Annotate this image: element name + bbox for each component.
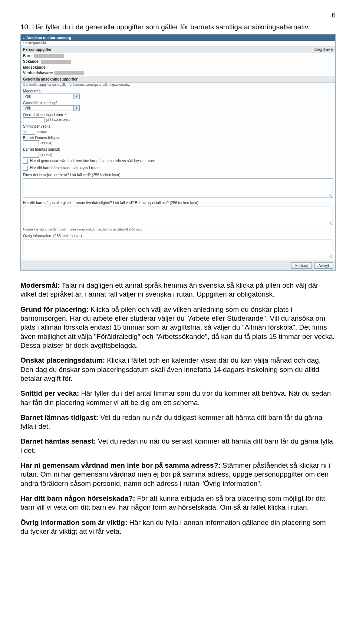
senast-input[interactable] [23, 152, 39, 158]
cb-horsel[interactable] [23, 166, 28, 171]
cb-gemensam-row: Har ni gemensam vårdnad men inte bor på … [21, 158, 335, 165]
onskat-hint: (ÅÅÅÅ-MM-DD) [46, 118, 70, 122]
tidigast-hint: (TTMM) [40, 141, 52, 145]
explanation-paragraph: Barnet lämnas tidigast: Vet du redan nu … [20, 413, 336, 431]
button-bar: Fortsätt Avbryt [21, 261, 335, 270]
form-title: :: Ansökan om barnomsorg [21, 35, 335, 41]
tidigast-input[interactable] [23, 140, 39, 146]
label-medsokande: Medsökande: [21, 65, 335, 70]
explanation-paragraph: Har ni gemensam vårdnad men inte bor på … [20, 461, 336, 488]
explanation-bold: Snittid per vecka: [20, 389, 79, 397]
label-barn: Barn: [21, 53, 335, 59]
chevron-down-icon: ▼ [73, 94, 79, 99]
explanation-bold: Grund för placering: [20, 305, 89, 313]
modersmal-select[interactable]: Välj ▼ [23, 94, 80, 99]
modersmal-value: Välj [24, 94, 31, 98]
label-medsokande-text: Medsökande: [23, 65, 47, 69]
resize-grip-icon [329, 194, 332, 197]
tidigast-label: Barnet lämnas tidigast: [21, 135, 335, 140]
grund-value: Välj [24, 106, 31, 110]
obligatory-note: * = obligatoriskt [21, 41, 335, 46]
modersmal-label: Modersmål:* [21, 88, 335, 94]
redacted-block [55, 71, 84, 75]
explanation-paragraph: Har ditt barn någon hörselskada?: För at… [20, 494, 336, 512]
personinfo-header: Personuppgifter Steg 3 av 5 [21, 46, 335, 53]
chevron-down-icon: ▼ [73, 106, 79, 111]
explanation-paragraph: Barnet hämtas senast: Vet du redan nu nä… [20, 437, 336, 455]
redacted-block [41, 60, 71, 64]
grund-label: Grund för placering:* [21, 100, 335, 105]
label-vardnad: Vårdnadshavare: [21, 70, 335, 76]
onskat-label: Önskat placeringsdatum :* [21, 112, 335, 117]
husdjur-label: Finns det husdjur i ert hem? I så fall v… [21, 172, 335, 177]
snittid-input[interactable]: 0. [23, 129, 35, 135]
avbryt-button[interactable]: Avbryt [314, 262, 333, 269]
explanation-text: Talar ni dagligen ett annat språk hemma … [20, 281, 318, 298]
ovrig-intro: Nedan kan du ange övrig information som … [21, 228, 335, 233]
ovrig-textarea[interactable] [23, 239, 333, 258]
label-sokande: Sökande: [21, 59, 335, 64]
fortsatt-button[interactable]: Fortsätt [291, 262, 312, 269]
snittid-label: Snittid per vecka: [21, 123, 335, 129]
husdjur-textarea[interactable] [23, 178, 333, 197]
label-vardnad-text: Vårdnadshavare: [23, 71, 53, 75]
personinfo-header-label: Personuppgifter [23, 48, 52, 52]
label-sokande-text: Sökande: [23, 59, 40, 63]
explanation-bold: Barnet lämnas tidigast: [20, 413, 98, 421]
cb-gemensam-label: Har ni gemensam vårdnad men inte bor på … [30, 159, 155, 163]
intro-text: 10. Här fyller du i de generella uppgift… [20, 23, 336, 31]
explanation-paragraph: Grund för placering: Klicka på pilen och… [20, 305, 336, 350]
explanation-paragraph: Modersmål: Talar ni dagligen ett annat s… [20, 281, 336, 299]
explanation-bold: Barnet hämtas senast: [20, 437, 96, 445]
general-header: Generella ansökningsuppgifter [21, 76, 335, 83]
cb-horsel-label: Har ditt barn hörselskada sätt kryss i r… [30, 166, 100, 170]
label-barn-text: Barn: [23, 54, 33, 58]
allergi-label: Har ditt barn någon allergi eller annan … [21, 200, 335, 205]
explanation-paragraph: Snittid per vecka: Här fyller du i det a… [20, 389, 336, 407]
senast-hint: (TTMM) [40, 153, 52, 157]
explanation-bold: Övrig information som är viktig: [20, 519, 127, 526]
cb-gemensam[interactable] [23, 159, 28, 164]
grund-select[interactable]: Välj ▼ [23, 105, 80, 111]
senast-label: Barnet hämtas senast: [21, 146, 335, 152]
onskat-input[interactable] [23, 117, 44, 123]
explanation-bold: Har ditt barn någon hörselskada?: [20, 494, 135, 502]
page-number: 6 [20, 11, 336, 19]
general-note: Generella uppgifter som gäller för barne… [21, 83, 335, 88]
resize-grip-icon [329, 255, 332, 258]
application-form: :: Ansökan om barnomsorg * = obligatoris… [20, 34, 336, 271]
redacted-block [34, 54, 64, 58]
ovrig-label: Övrig information: (256 tecken kvar) [21, 233, 335, 238]
cb-horsel-row: Har ditt barn hörselskada sätt kryss i r… [21, 165, 335, 172]
explanation-paragraph: Önskat placeringsdatum: Klicka i fältet … [20, 356, 336, 383]
step-indicator: Steg 3 av 5 [314, 48, 333, 52]
allergi-textarea[interactable] [23, 206, 333, 225]
explanation-bold: Har ni gemensam vårdnad men inte bor på … [20, 461, 221, 469]
snittid-hint: timmar [37, 130, 47, 134]
resize-grip-icon [329, 222, 332, 225]
explanation-bold: Modersmål: [20, 281, 60, 289]
explanation-paragraph: Övrig information som är viktig: Här kan… [20, 518, 336, 536]
explanation-bold: Önskat placeringsdatum: [20, 356, 105, 364]
